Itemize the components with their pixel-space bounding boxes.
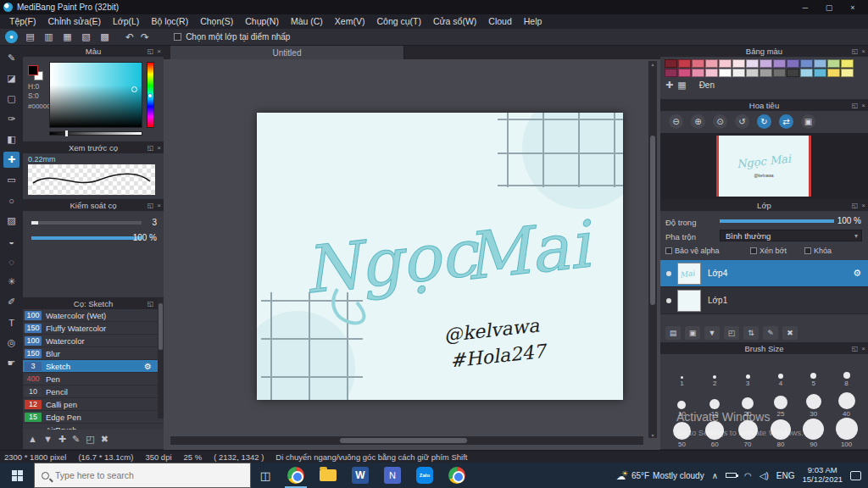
brush-size-option[interactable]: 70 [732,418,765,448]
brush-size-option[interactable]: 80 [764,418,797,448]
delete-brush-icon[interactable]: ✖ [101,434,108,445]
rename-layer-icon[interactable]: ✎ [763,326,778,340]
move-tool[interactable]: ✚ [3,152,19,168]
palette-swatch[interactable] [732,59,745,68]
brush-size-option[interactable]: 3 [732,357,765,387]
brush-size-option[interactable]: 1 [665,357,698,387]
brush-row[interactable]: AirBrush [23,424,164,430]
layer-settings-icon[interactable]: ⚙ [853,268,861,279]
popout-icon[interactable]: ◱ [147,144,154,152]
chrome-icon[interactable] [280,463,312,488]
layer-down-icon[interactable]: ▼ [704,326,720,340]
vertical-scrollbar[interactable]: ▴ ▾ [648,61,657,438]
brush-size-option[interactable]: 25 [764,387,797,418]
zoom-reset-icon[interactable]: ⊙ [713,114,727,129]
visibility-icon[interactable] [666,298,671,303]
clock[interactable]: 9:03 AM 15/12/2021 [802,466,843,485]
palette-swatch[interactable] [705,69,718,77]
brush-size-option[interactable]: 8 [830,357,863,387]
palette-swatch[interactable] [678,69,691,77]
palette-swatch[interactable] [800,69,813,77]
fit-icon[interactable]: ▣ [801,114,815,129]
select-tool[interactable]: ▢ [3,91,19,107]
hue-marker[interactable] [147,93,153,98]
palette-swatch[interactable] [746,59,759,68]
blend-mode-select[interactable]: Bình thường ▾ [720,230,862,241]
brush-size-option[interactable]: 100 [830,418,863,448]
brush-size-option[interactable]: 60 [698,418,732,448]
brush-folder-icon[interactable]: ◰ [86,434,94,445]
palette-swatch[interactable] [773,59,786,68]
language-indicator[interactable]: ENG [776,471,795,480]
brush-size-option[interactable]: 15 [698,387,732,418]
eyedropper-tool[interactable]: ◎ [3,335,19,351]
save-icon[interactable]: ▥ [42,30,55,43]
weather-widget[interactable]: ☀ ☁ 65°F Mostly cloudy [616,470,704,480]
menu-item[interactable]: Lớp(L) [107,14,145,29]
close-icon[interactable]: × [157,47,161,55]
task-view-icon[interactable]: ◫ [251,463,280,488]
battery-icon[interactable] [726,473,737,478]
visibility-icon[interactable] [666,271,671,276]
search-input[interactable] [55,470,225,480]
tray-expand-icon[interactable]: ∧ [712,471,718,480]
word-icon[interactable]: W [344,463,376,488]
menu-item[interactable]: Chọn(S) [194,14,239,29]
brush-settings-icon[interactable]: ⚙ [144,362,152,371]
delete-layer-icon[interactable]: ✖ [782,326,798,340]
menu-item[interactable]: Cửa sổ(W) [427,14,482,29]
palette-swatch[interactable] [773,69,786,77]
brush-size-option[interactable]: 50 [665,418,698,448]
export-icon[interactable]: ▦ [61,30,74,43]
value-slider-marker[interactable] [65,130,68,136]
palette-swatch[interactable] [841,69,854,77]
layer-row[interactable]: Lớp1 [660,287,868,314]
brush-size-option[interactable]: 4 [764,357,797,387]
brush-row[interactable]: 10 Pencil [23,385,164,398]
gradient-tool[interactable]: ▨ [3,213,19,229]
scrollbar-thumb[interactable] [340,438,467,443]
brush-up-icon[interactable]: ▲ [28,434,37,444]
app-icon[interactable]: N [376,463,409,488]
palette-swatch[interactable] [719,69,732,77]
palette-grid-icon[interactable]: ▦ [677,80,686,91]
zalo-icon[interactable]: Zalo [409,463,441,488]
document-tab[interactable]: Untitled [170,46,404,59]
layer-row[interactable]: Mai Lớp4 ⚙ [660,260,868,287]
layer-order-icon[interactable]: ⇅ [743,326,759,340]
material-icon[interactable]: ▩ [98,30,111,43]
popout-icon[interactable]: ◱ [147,47,154,55]
menu-item[interactable]: Màu (C) [285,14,329,29]
close-icon[interactable]: × [157,144,161,152]
brush-size-option[interactable]: 30 [797,387,830,418]
menu-item[interactable]: Bộ lọc(R) [145,14,194,29]
maximize-button[interactable]: ▢ [817,0,841,14]
brush-list-scrollbar[interactable] [158,298,164,419]
palette-swatch[interactable] [746,69,759,77]
brush-row[interactable]: 100 Watercolor (Wet) [23,309,164,322]
brush-row[interactable]: 150 Fluffy Watercolor [23,322,164,335]
scroll-down-icon[interactable]: ▾ [651,432,654,438]
hand-tool[interactable]: ☛ [3,355,19,371]
pen-tool[interactable]: ✎ [3,50,19,66]
menu-item[interactable]: Chụp(N) [239,14,285,29]
sv-marker[interactable] [131,86,137,92]
edit-brush-icon[interactable]: ✎ [72,434,80,445]
palette-swatch[interactable] [678,59,691,68]
brush-size-option[interactable]: 90 [797,418,830,448]
palette-swatch[interactable] [787,69,799,77]
new-layer-icon[interactable]: ▤ [665,326,681,340]
rotate-ccw-icon[interactable]: ↺ [735,114,749,129]
start-button[interactable] [0,463,34,488]
palette-swatch[interactable] [665,59,677,68]
brush-size-slider[interactable] [31,221,142,225]
open-icon[interactable]: ▤ [24,30,36,43]
menu-item[interactable]: Công cụ(T) [370,14,427,29]
close-icon[interactable]: × [861,102,865,109]
ellipse-tool[interactable]: ○ [3,192,19,208]
lock-checkbox[interactable] [804,247,811,254]
brush-tool[interactable]: ✑ [3,111,19,127]
horizontal-scrollbar[interactable] [170,436,643,445]
popout-icon[interactable]: ◱ [147,300,154,308]
eraser-tool[interactable]: ◪ [3,70,19,86]
